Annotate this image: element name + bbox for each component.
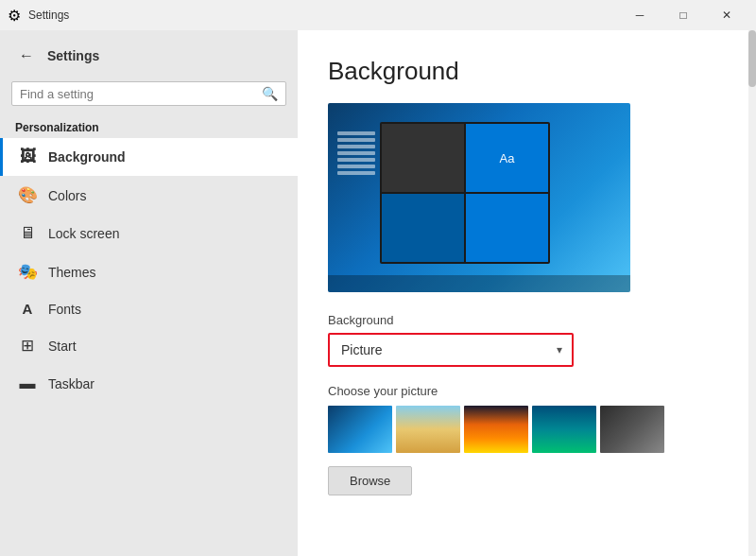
page-title: Background	[328, 57, 726, 86]
nav-label-lock-screen: Lock screen	[48, 226, 119, 241]
nav-label-fonts: Fonts	[48, 302, 81, 317]
preview-tile-3	[382, 194, 464, 262]
title-bar-icon: ⚙	[8, 7, 21, 25]
fonts-icon: A	[18, 301, 37, 317]
background-dropdown-label: Background	[328, 313, 726, 327]
nav-label-background: Background	[48, 149, 126, 165]
title-bar-controls: ─ □ ✕	[618, 0, 748, 30]
picture-thumb-4[interactable]	[532, 406, 596, 453]
sidebar: ← Settings 🔍 Personalization 🖼 Backgroun…	[0, 30, 298, 556]
scrollbar-track[interactable]	[748, 30, 756, 556]
start-icon: ⊞	[18, 336, 37, 356]
nav-label-themes: Themes	[48, 265, 96, 280]
lock-screen-icon: 🖥	[18, 224, 37, 243]
preview-taskbar	[328, 275, 630, 292]
sidebar-section-label: Personalization	[0, 115, 298, 138]
taskbar-icon: ▬	[18, 374, 37, 393]
close-button[interactable]: ✕	[705, 0, 748, 30]
browse-button[interactable]: Browse	[328, 466, 412, 495]
minimize-button[interactable]: ─	[618, 0, 662, 30]
sidebar-app-title: Settings	[47, 48, 99, 63]
sidebar-item-fonts[interactable]: A Fonts	[0, 291, 298, 326]
nav-label-taskbar: Taskbar	[48, 376, 94, 391]
preview-tile-2: Aa	[466, 124, 548, 192]
sidebar-item-colors[interactable]: 🎨 Colors	[0, 176, 298, 215]
title-bar: ⚙ Settings ─ □ ✕	[0, 0, 756, 30]
preview-tile-4	[466, 194, 548, 262]
app-body: ← Settings 🔍 Personalization 🖼 Backgroun…	[0, 30, 756, 556]
desktop-preview: Aa	[328, 103, 630, 292]
sidebar-item-start[interactable]: ⊞ Start	[0, 326, 298, 365]
picture-thumb-5[interactable]	[600, 406, 664, 453]
picture-grid	[328, 406, 726, 453]
nav-label-colors: Colors	[48, 188, 86, 203]
sidebar-item-lock-screen[interactable]: 🖥 Lock screen	[0, 215, 298, 252]
picture-thumb-1[interactable]	[328, 406, 392, 453]
main-panel: Background Aa	[298, 30, 756, 556]
aa-label: Aa	[500, 151, 515, 165]
maximize-button[interactable]: □	[662, 0, 705, 30]
background-dropdown[interactable]: Picture Solid color Slideshow	[330, 335, 572, 365]
background-dropdown-wrapper[interactable]: Picture Solid color Slideshow ▾	[328, 333, 574, 367]
colors-icon: 🎨	[18, 185, 37, 205]
preview-tile-1	[382, 124, 464, 192]
themes-icon: 🎭	[18, 262, 37, 282]
scrollbar-thumb[interactable]	[748, 30, 756, 87]
nav-label-start: Start	[48, 339, 77, 354]
sidebar-item-background[interactable]: 🖼 Background	[0, 138, 298, 176]
preview-window: Aa	[380, 122, 550, 264]
search-box[interactable]: 🔍	[11, 81, 286, 106]
back-button[interactable]: ←	[15, 43, 38, 68]
back-icon: ←	[19, 47, 34, 64]
picture-thumb-2[interactable]	[396, 406, 460, 453]
picture-thumb-3[interactable]	[464, 406, 528, 453]
sidebar-header: ← Settings	[0, 30, 298, 76]
preview-icons	[337, 131, 375, 175]
title-bar-title: Settings	[28, 9, 69, 22]
background-icon: 🖼	[18, 148, 37, 166]
sidebar-item-themes[interactable]: 🎭 Themes	[0, 252, 298, 291]
sidebar-item-taskbar[interactable]: ▬ Taskbar	[0, 365, 298, 403]
search-input[interactable]	[20, 87, 262, 101]
choose-picture-label: Choose your picture	[328, 384, 726, 398]
search-icon: 🔍	[262, 86, 278, 101]
